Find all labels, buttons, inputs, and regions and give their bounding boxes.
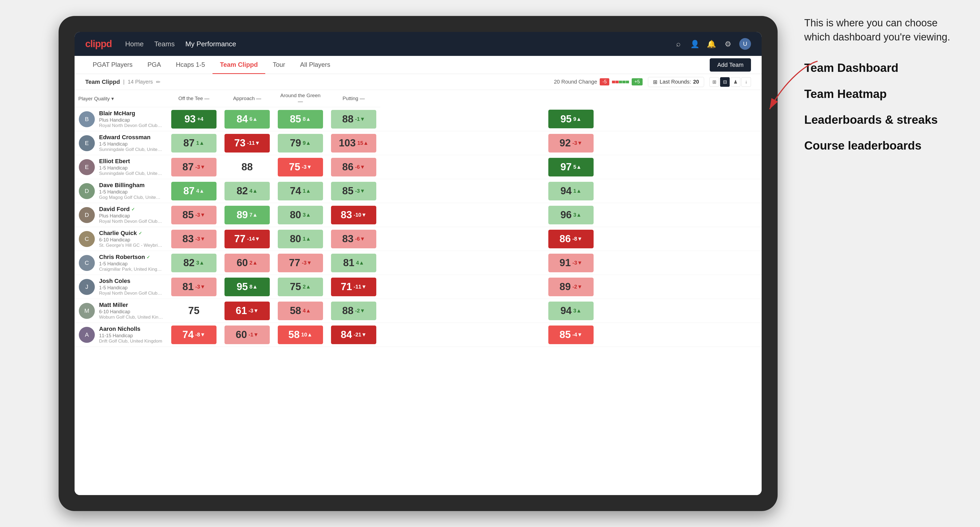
tab-hcaps[interactable]: Hcaps 1-5 [169, 56, 213, 74]
last-rounds-button[interactable]: ⊞ Last Rounds: 20 [648, 77, 704, 87]
score-delta: 1▲ [303, 188, 311, 194]
bell-icon[interactable]: 🔔 [706, 39, 716, 49]
nav-teams[interactable]: Teams [154, 40, 175, 48]
annotation-area: This is where you can choose which dashb… [804, 16, 959, 163]
edit-icon[interactable]: ✏ [156, 79, 161, 85]
score-value: 86 [342, 161, 353, 173]
table-row[interactable]: C Chris Robertson ✓ 1-5 Handicap Craigmi… [75, 251, 762, 275]
score-delta: 7▲ [250, 212, 258, 218]
settings-icon[interactable]: ⚙ [723, 39, 733, 49]
table-row[interactable]: M Matt Miller 6-10 Handicap Woburn Golf … [75, 299, 762, 323]
score-value: 84 [341, 329, 352, 340]
score-cell-around_green: 83 -6▼ [327, 227, 380, 251]
player-cell-4: D David Ford ✓ Plus Handicap Royal North… [75, 203, 167, 227]
score-box: 84 -21▼ [331, 325, 376, 344]
score-delta: 4▲ [356, 260, 364, 266]
view-grid-button[interactable]: ⊞ [710, 77, 719, 87]
score-delta: 1▲ [303, 236, 311, 242]
score-box: 75 [171, 302, 216, 320]
score-delta: 2▲ [303, 284, 311, 290]
score-delta: 3▲ [303, 212, 311, 218]
score-box: 86 -6▼ [331, 158, 376, 176]
score-value: 88 [342, 113, 353, 125]
nav-my-performance[interactable]: My Performance [185, 40, 236, 48]
score-cell-off_tee: 95 8▲ [221, 275, 274, 299]
view-download-button[interactable]: ↓ [741, 77, 751, 87]
player-club: Royal North Devon Golf Club, United King… [99, 290, 163, 296]
score-box: 93 +4 [171, 110, 216, 129]
score-value: 60 [237, 257, 248, 268]
score-value: 80 [290, 209, 301, 221]
player-info: Aaron Nicholls 11-15 Handicap Drift Golf… [99, 325, 163, 344]
score-value: 103 [339, 137, 355, 149]
score-cell-off_tee: 73 -11▼ [221, 131, 274, 155]
player-avatar: D [79, 207, 95, 223]
player-info: Blair McHarg Plus Handicap Royal North D… [99, 110, 163, 128]
player-club: Woburn Golf Club, United Kingdom [99, 314, 163, 320]
player-info: Chris Robertson ✓ 1-5 Handicap Craigmill… [99, 254, 163, 272]
score-value: 82 [237, 185, 248, 197]
round-change: 20 Round Change -5 +5 [554, 78, 643, 86]
score-box: 82 4▲ [224, 182, 270, 200]
view-heatmap-button[interactable]: ⊟ [720, 77, 730, 87]
score-value: 85 [182, 209, 194, 221]
score-cell-around_green: 103 15▲ [327, 131, 380, 155]
table-row[interactable]: J Josh Coles 1-5 Handicap Royal North De… [75, 275, 762, 299]
table-row[interactable]: A Aaron Nicholls 11-15 Handicap Drift Go… [75, 323, 762, 347]
table-row[interactable]: C Charlie Quick ✓ 6-10 Handicap St. Geor… [75, 227, 762, 251]
verified-icon: ✓ [131, 207, 135, 212]
filter-icon: ⊞ [653, 79, 657, 85]
tab-pga[interactable]: PGA [140, 56, 169, 74]
tab-team-clippd[interactable]: Team Clippd [213, 56, 265, 74]
score-box: 77 -3▼ [278, 254, 323, 272]
score-value: 83 [341, 209, 352, 221]
player-name: Charlie Quick ✓ [99, 230, 163, 237]
player-club: Gog Magog Golf Club, United Kingdom [99, 195, 163, 200]
table-row[interactable]: D Dave Billingham 1-5 Handicap Gog Magog… [75, 179, 762, 203]
view-chart-button[interactable]: ♟ [731, 77, 740, 87]
player-club: Royal North Devon Golf Club, United King… [99, 219, 163, 224]
user-avatar[interactable]: U [739, 38, 751, 50]
score-cell-around_green: 88 -2▼ [327, 299, 380, 323]
score-delta: 3▲ [573, 308, 582, 314]
score-cell-quality: 82 3▲ [167, 251, 221, 275]
main-content: Player Quality ▾ Off the Tee — Approach … [75, 90, 762, 495]
add-team-button[interactable]: Add Team [710, 58, 751, 71]
table-row[interactable]: B Blair McHarg Plus Handicap Royal North… [75, 107, 762, 131]
score-box: 85 -3▼ [331, 182, 376, 200]
search-icon[interactable]: ⌕ [673, 39, 683, 49]
score-cell-around_green: 71 -11▼ [327, 275, 380, 299]
score-cell-approach: 85 8▲ [274, 107, 327, 131]
player-handicap: 11-15 Handicap [99, 333, 163, 338]
col-header-putting: Putting — [327, 90, 380, 107]
table-row[interactable]: E Edward Crossman 1-5 Handicap Sunningda… [75, 131, 762, 155]
score-box: 85 8▲ [278, 110, 323, 129]
table-row[interactable]: D David Ford ✓ Plus Handicap Royal North… [75, 203, 762, 227]
score-cell-off_tee: 77 -14▼ [221, 227, 274, 251]
player-handicap: 1-5 Handicap [99, 141, 163, 147]
team-player-count: 14 Players [128, 79, 153, 85]
user-icon[interactable]: 👤 [690, 39, 700, 49]
score-box: 85 -3▼ [171, 206, 216, 224]
score-box: 75 2▲ [278, 278, 323, 296]
nav-home[interactable]: Home [125, 40, 143, 48]
player-cell-6: C Chris Robertson ✓ 1-5 Handicap Craigmi… [75, 251, 167, 275]
score-box: 94 1▲ [548, 182, 593, 200]
score-box: 88 -2▼ [331, 302, 376, 320]
score-box: 97 5▲ [548, 158, 593, 176]
table-row[interactable]: E Elliot Ebert 1-5 Handicap Sunningdale … [75, 155, 762, 179]
tab-all-players[interactable]: All Players [293, 56, 338, 74]
verified-icon: ✓ [138, 231, 142, 236]
score-delta: -11▼ [247, 140, 260, 146]
player-avatar: E [79, 135, 95, 151]
score-cell-off_tee: 61 -3▼ [221, 299, 274, 323]
score-delta: 5▲ [573, 164, 582, 170]
score-delta: -3▼ [195, 164, 205, 170]
score-cell-putting: 89 -2▼ [380, 275, 762, 299]
score-value: 96 [560, 209, 571, 221]
score-cell-approach: 75 -3▼ [274, 155, 327, 179]
player-handicap: Plus Handicap [99, 213, 163, 219]
tab-tour[interactable]: Tour [265, 56, 293, 74]
tab-pgat-players[interactable]: PGAT Players [85, 56, 140, 74]
score-box: 96 3▲ [548, 206, 593, 224]
